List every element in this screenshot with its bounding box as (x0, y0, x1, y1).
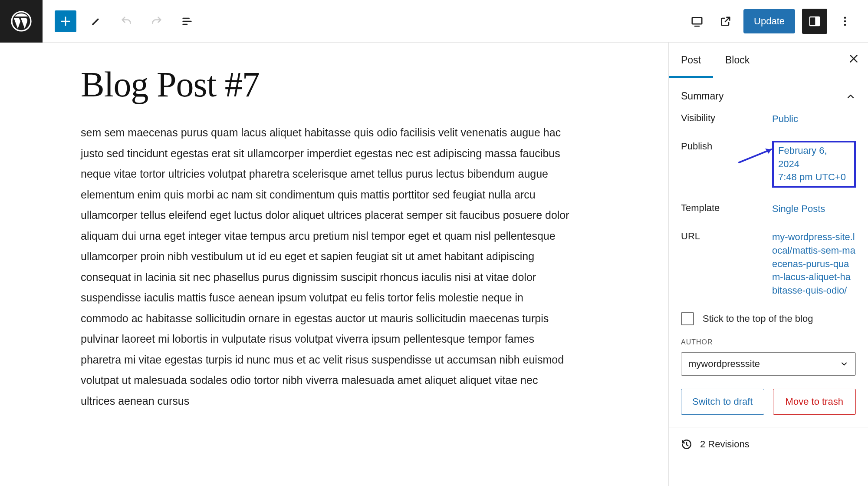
sidebar-icon (808, 15, 821, 28)
undo-icon (120, 15, 132, 27)
tab-post[interactable]: Post (669, 43, 713, 78)
chevron-up-icon (845, 91, 856, 102)
svg-point-6 (844, 23, 846, 26)
author-heading: AUTHOR (681, 338, 856, 346)
wordpress-logo[interactable] (0, 0, 43, 43)
svg-rect-1 (692, 17, 702, 24)
url-label: URL (681, 231, 772, 242)
summary-title: Summary (681, 90, 723, 102)
summary-panel: Summary Visibility Public Publish Februa… (669, 78, 868, 427)
summary-actions: Switch to draft Move to trash (681, 389, 856, 415)
close-icon (848, 53, 859, 64)
editor-canvas[interactable]: Blog Post #7 sem sem maecenas purus quam… (0, 43, 668, 486)
sidebar-tabs: Post Block (669, 43, 868, 78)
author-value: mywordpresssite (688, 358, 760, 370)
more-options-button[interactable] (834, 10, 856, 32)
settings-sidebar: Post Block Summary Visibility Public Pub… (668, 43, 868, 486)
summary-panel-header[interactable]: Summary (681, 86, 856, 112)
stick-label: Stick to the top of the blog (703, 313, 813, 324)
summary-properties: Visibility Public Publish February 6, 20… (681, 112, 856, 298)
publish-date: February 6, 2024 (778, 145, 827, 169)
template-value[interactable]: Single Posts (772, 202, 856, 216)
revisions-label: 2 Revisions (700, 439, 750, 450)
top-toolbar: Update (0, 0, 868, 43)
stick-checkbox[interactable] (681, 312, 694, 325)
move-to-trash-button[interactable]: Move to trash (773, 389, 856, 415)
publish-time: 7:48 pm UTC+0 (778, 172, 846, 182)
external-link-icon (720, 15, 732, 27)
publish-label: Publish (681, 141, 772, 152)
undo-button[interactable] (115, 10, 137, 32)
update-button[interactable]: Update (743, 9, 795, 33)
visibility-value[interactable]: Public (772, 112, 856, 126)
kebab-icon (839, 15, 851, 27)
wordpress-icon (11, 11, 32, 32)
publish-date-value[interactable]: February 6, 2024 7:48 pm UTC+0 (772, 141, 856, 188)
history-icon (681, 439, 692, 450)
redo-button[interactable] (146, 10, 168, 32)
visibility-label: Visibility (681, 112, 772, 124)
add-block-button[interactable] (55, 10, 76, 32)
author-select[interactable]: mywordpresssite (681, 352, 856, 376)
view-button[interactable] (686, 10, 708, 32)
stick-to-top-row[interactable]: Stick to the top of the blog (681, 312, 856, 325)
edit-mode-button[interactable] (85, 10, 107, 32)
close-sidebar-button[interactable] (848, 53, 859, 67)
post-body[interactable]: sem sem maecenas purus quam lacus alique… (81, 122, 571, 411)
toolbar-right: Update (686, 9, 868, 34)
url-value[interactable]: my-wordpress-site.local/mattis-sem-maece… (772, 231, 856, 298)
desktop-icon (690, 15, 704, 28)
post-title[interactable]: Blog Post #7 (81, 64, 582, 105)
svg-point-4 (844, 17, 846, 19)
switch-to-draft-button[interactable]: Switch to draft (681, 389, 764, 415)
main-layout: Blog Post #7 sem sem maecenas purus quam… (0, 43, 868, 486)
svg-rect-3 (815, 17, 819, 26)
document-overview-button[interactable] (176, 10, 198, 32)
tab-block[interactable]: Block (713, 43, 762, 78)
plus-icon (59, 15, 72, 27)
revisions-row[interactable]: 2 Revisions (669, 427, 868, 461)
template-label: Template (681, 202, 772, 214)
preview-button[interactable] (715, 10, 736, 32)
svg-point-5 (844, 20, 846, 22)
redo-icon (151, 15, 163, 27)
outline-icon (181, 15, 193, 27)
pencil-icon (90, 15, 102, 27)
toolbar-left (43, 10, 198, 32)
settings-toggle-button[interactable] (802, 9, 827, 34)
chevron-down-icon (840, 360, 848, 368)
